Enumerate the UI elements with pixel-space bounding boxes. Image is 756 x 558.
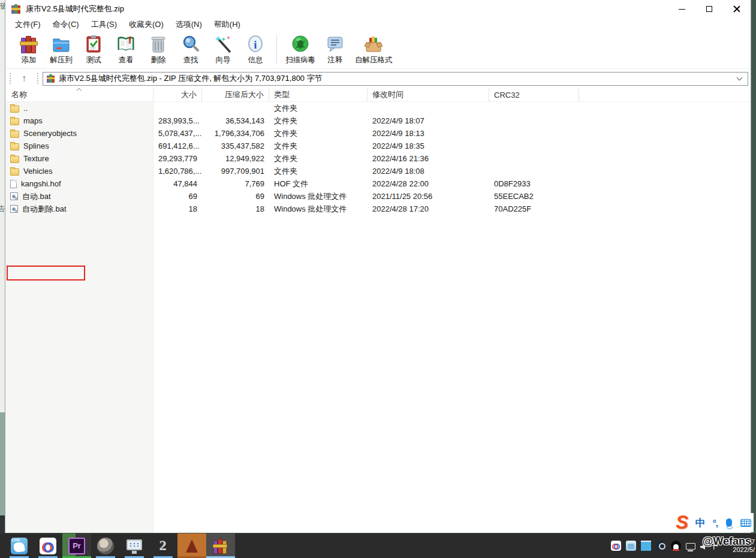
taskbar-premiere-button[interactable]: Pr — [62, 533, 91, 558]
microphone-icon[interactable] — [726, 518, 732, 527]
file-modified-time: 2022/4/9 18:08 — [368, 167, 489, 176]
minimize-button[interactable] — [668, 0, 695, 18]
file-name: 自动.bat — [22, 191, 51, 202]
file-modified-time: 2022/4/28 22:00 — [368, 179, 489, 188]
list-header: 名称 大小 压缩后大小 类型 修改时间 CRC32 — [5, 88, 751, 102]
extract-to-button[interactable]: 解压到 — [45, 32, 77, 67]
winrar-books-icon — [19, 34, 38, 53]
wizard-button[interactable]: 向导 — [207, 32, 239, 67]
menu-file[interactable]: 文件(F) — [9, 18, 47, 31]
file-type: 文件夹 — [269, 116, 368, 126]
view-button[interactable]: 查看 — [110, 32, 142, 67]
sfx-box-icon — [364, 34, 383, 53]
file-name: Vehicles — [23, 167, 52, 176]
network-icon[interactable] — [686, 543, 695, 550]
toolbar-gripper — [37, 73, 39, 85]
file-modified-time: 2022/4/9 18:35 — [368, 141, 489, 150]
file-packed-size: 997,709,901 — [202, 167, 269, 176]
close-button[interactable] — [723, 0, 751, 18]
file-type-icon — [10, 156, 19, 163]
winrar-file-icon — [47, 74, 55, 83]
close-icon — [733, 5, 740, 13]
titlebar[interactable]: 康市V2.5县城时代完整包.zip — [5, 0, 751, 18]
file-name: .. — [23, 104, 28, 113]
baidu-netdisk-icon — [40, 538, 56, 554]
table-row[interactable]: Splines 691,412,6... 335,437,582 文件夹 202… — [5, 140, 751, 152]
taskbar-baidu-netdisk-button[interactable] — [34, 533, 62, 558]
keyboard-icon[interactable] — [740, 519, 751, 527]
taskbar-monitor-tool-button[interactable] — [120, 533, 149, 558]
column-header-modified[interactable]: 修改时间 — [368, 88, 489, 102]
tray-qq-icon[interactable] — [671, 541, 681, 551]
find-button[interactable]: 查找 — [174, 32, 207, 67]
column-header-size[interactable]: 大小 — [153, 88, 202, 102]
addressbar: ↑ 康市V2.5县城时代完整包.zip - ZIP 压缩文件, 解包大小为 7,… — [5, 69, 751, 88]
chevron-down-icon[interactable] — [737, 75, 743, 81]
file-modified-time: 2022/4/16 21:36 — [368, 154, 489, 163]
table-row[interactable]: Texture 29,293,779 12,949,922 文件夹 2022/4… — [5, 152, 751, 165]
minimize-icon — [679, 9, 685, 10]
file-name: maps — [23, 116, 43, 125]
column-header-crc32[interactable]: CRC32 — [489, 88, 579, 102]
punctuation-toggle[interactable]: °, — [713, 518, 718, 528]
file-type: HOF 文件 — [269, 179, 368, 189]
file-type: 文件夹 — [269, 166, 368, 177]
maximize-button[interactable] — [695, 0, 723, 18]
archive-path-combobox[interactable]: 康市V2.5县城时代完整包.zip - ZIP 压缩文件, 解包大小为 7,70… — [43, 72, 748, 86]
file-packed-size: 335,437,582 — [202, 141, 269, 150]
toolbar: 添加 解压到 测试 — [5, 31, 751, 69]
taskbar-omsi2-button[interactable]: 2 — [149, 533, 177, 558]
monitor-graph-icon — [126, 538, 143, 554]
file-type-icon — [10, 168, 19, 176]
file-crc32: 55EECAB2 — [489, 192, 579, 201]
tray-bilibili-icon[interactable] — [626, 541, 636, 551]
comment-button[interactable]: 注释 — [319, 32, 351, 67]
svg-text:i: i — [254, 38, 257, 51]
column-header-type[interactable]: 类型 — [269, 88, 368, 102]
table-row[interactable]: Vehicles 1,620,786,... 997,709,901 文件夹 2… — [5, 165, 751, 177]
tray-baidu-netdisk-icon[interactable] — [611, 541, 621, 551]
taskbar-bilibili-live-button[interactable]: LIVE — [5, 533, 34, 558]
menu-help[interactable]: 帮助(H) — [208, 18, 246, 31]
table-row[interactable]: Sceneryobjects 5,078,437,... 1,796,334,7… — [5, 127, 751, 140]
tray-steam-icon[interactable] — [656, 541, 666, 551]
scan-virus-button[interactable]: 扫描病毒 — [282, 32, 319, 67]
menu-commands[interactable]: 命令(C) — [47, 18, 85, 31]
table-row[interactable]: maps 283,993,5... 36,534,143 文件夹 2022/4/… — [5, 114, 751, 127]
file-packed-size: 69 — [202, 192, 269, 201]
file-packed-size: 12,949,922 — [202, 154, 269, 163]
sogou-logo-icon[interactable]: S — [676, 514, 688, 531]
file-size: 29,293,779 — [153, 154, 202, 163]
taskbar-nav-arrow-button[interactable] — [177, 533, 206, 558]
taskbar-winrar-button[interactable] — [206, 533, 235, 558]
omsi2-icon: 2 — [155, 538, 171, 554]
file-type: 文件夹 — [269, 153, 368, 164]
file-modified-time: 2022/4/9 18:07 — [368, 116, 489, 125]
menu-favorites[interactable]: 收藏夹(O) — [123, 18, 170, 31]
delete-button[interactable]: 删除 — [142, 32, 174, 67]
info-button[interactable]: i 信息 — [239, 32, 272, 67]
toolbar-separator — [276, 35, 277, 65]
table-row[interactable]: kangshi.hof 47,844 7,769 HOF 文件 2022/4/2… — [5, 177, 751, 190]
menu-tools[interactable]: 工具(S) — [85, 18, 123, 31]
file-name: 自动删除.bat — [22, 204, 67, 215]
table-row[interactable]: .. 文件夹 — [5, 102, 751, 114]
test-button[interactable]: 测试 — [77, 32, 110, 67]
window-title: 康市V2.5县城时代完整包.zip — [26, 4, 668, 14]
taskbar-bus-game-button[interactable] — [91, 533, 120, 558]
menu-options[interactable]: 选项(N) — [170, 18, 208, 31]
file-list-panel: 名称 大小 压缩后大小 类型 修改时间 CRC32 .. 文件夹 maps 28… — [5, 88, 751, 533]
tray-window-icon[interactable] — [641, 541, 651, 551]
column-header-name[interactable]: 名称 — [5, 88, 153, 102]
table-row[interactable]: 自动删除.bat 18 18 Windows 批处理文件 2022/4/28 1… — [5, 203, 751, 215]
input-language-toggle[interactable]: 中 — [695, 516, 706, 530]
table-row[interactable]: 自动.bat 69 69 Windows 批处理文件 2021/11/25 20… — [5, 190, 751, 203]
delete-trash-icon — [149, 34, 168, 53]
up-one-level-button[interactable]: ↑ — [15, 71, 33, 86]
file-modified-time: 2022/4/28 17:20 — [368, 204, 489, 213]
sfx-button[interactable]: 自解压格式 — [351, 32, 396, 67]
background-text: 告 — [0, 204, 5, 214]
add-button[interactable]: 添加 — [13, 32, 45, 67]
file-type-icon — [10, 180, 17, 188]
column-header-packed-size[interactable]: 压缩后大小 — [202, 88, 269, 102]
